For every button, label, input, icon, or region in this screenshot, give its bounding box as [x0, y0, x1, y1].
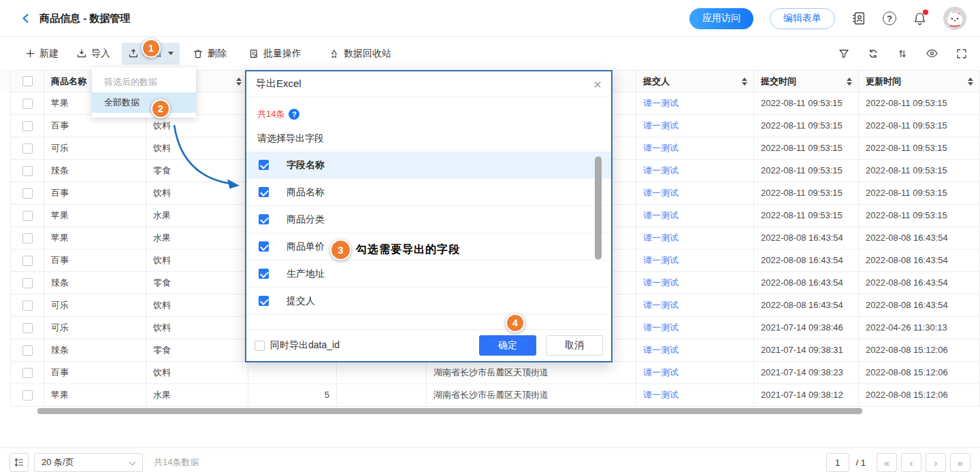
- recycle-bin-button[interactable]: 数据回收站: [323, 43, 397, 65]
- page-total-label: / 1: [856, 458, 866, 468]
- page-size-select[interactable]: 20 条/页: [34, 453, 143, 472]
- cell-update-time: 2022-08-08 16:43:54: [859, 294, 980, 317]
- row-checkbox[interactable]: [22, 323, 33, 333]
- cell-category: 饮料: [146, 115, 248, 137]
- row-checkbox[interactable]: [22, 121, 33, 131]
- field-checkbox[interactable]: [259, 296, 269, 306]
- row-checkbox[interactable]: [22, 256, 33, 266]
- field-checkbox[interactable]: [259, 160, 269, 170]
- row-checkbox[interactable]: [22, 99, 33, 109]
- refresh-icon[interactable]: [867, 48, 879, 60]
- app-access-button[interactable]: 应用访问: [689, 8, 753, 29]
- prev-page-button[interactable]: ‹: [901, 453, 921, 472]
- row-checkbox[interactable]: [22, 390, 33, 401]
- delete-button[interactable]: 删除: [186, 43, 233, 65]
- cell-submit-time: 2021-07-14 09:38:12: [754, 384, 859, 407]
- header-submit-time[interactable]: 提交时间: [754, 70, 859, 92]
- cell-submit-time: 2022-08-08 16:43:54: [754, 294, 859, 317]
- row-checkbox[interactable]: [22, 345, 33, 356]
- new-button[interactable]: 新建: [19, 43, 65, 65]
- edit-form-button[interactable]: 编辑表单: [770, 8, 835, 29]
- cancel-button[interactable]: 取消: [546, 335, 603, 356]
- page-number-input[interactable]: [826, 453, 849, 472]
- last-page-button[interactable]: »: [950, 453, 970, 472]
- submitter-link[interactable]: 谭一测试: [643, 367, 679, 377]
- next-page-button[interactable]: ›: [926, 453, 946, 472]
- contacts-icon[interactable]: [851, 11, 866, 26]
- sort-icon[interactable]: [847, 78, 852, 86]
- submitter-link[interactable]: 谭一测试: [643, 165, 679, 175]
- menu-item-all-data[interactable]: 全部数据: [92, 92, 196, 113]
- fullscreen-icon[interactable]: [956, 48, 968, 60]
- submitter-link[interactable]: 谭一测试: [643, 233, 679, 243]
- export-field-row[interactable]: 商品名称: [246, 179, 611, 206]
- row-checkbox[interactable]: [22, 211, 33, 221]
- row-checkbox[interactable]: [22, 143, 33, 154]
- select-all-checkbox[interactable]: [22, 76, 33, 86]
- submitter-link[interactable]: 谭一测试: [643, 255, 679, 265]
- cell-submitter: 谭一测试: [636, 92, 754, 115]
- first-page-button[interactable]: «: [877, 453, 897, 472]
- row-checkbox[interactable]: [22, 301, 33, 311]
- export-field-row[interactable]: 生产地址: [246, 260, 611, 288]
- header-submitter[interactable]: 提交人: [636, 70, 754, 92]
- import-button[interactable]: 导入: [70, 43, 116, 65]
- confirm-button[interactable]: 确定: [479, 335, 536, 356]
- export-field-row[interactable]: 字段名称: [246, 152, 611, 179]
- vertical-scrollbar-thumb[interactable]: [595, 156, 602, 260]
- submitter-link[interactable]: 谭一测试: [643, 143, 679, 153]
- row-checkbox[interactable]: [22, 233, 33, 243]
- row-checkbox[interactable]: [22, 166, 33, 176]
- question-icon[interactable]: ?: [289, 109, 299, 120]
- step-badge-3: 3: [330, 239, 351, 260]
- data-id-checkbox[interactable]: [255, 341, 265, 351]
- export-dropdown-menu: 筛选后的数据 全部数据: [92, 67, 196, 118]
- row-select-cell: [10, 182, 44, 205]
- filter-icon[interactable]: [838, 48, 850, 60]
- eye-icon[interactable]: [926, 47, 938, 60]
- sort-icon[interactable]: [968, 78, 973, 86]
- notifications-bell-icon[interactable]: [913, 12, 927, 26]
- avatar[interactable]: [943, 7, 966, 30]
- horizontal-scrollbar-thumb[interactable]: [37, 408, 862, 414]
- row-checkbox[interactable]: [22, 368, 33, 378]
- field-checkbox[interactable]: [259, 269, 269, 279]
- field-label: 商品单价: [287, 241, 325, 253]
- cell-update-time: 2022-08-08 15:12:06: [859, 339, 980, 362]
- submitter-link[interactable]: 谭一测试: [643, 300, 679, 310]
- cell-update-time: 2022-08-08 15:12:06: [859, 362, 980, 384]
- row-height-button[interactable]: [10, 453, 29, 472]
- export-field-row[interactable]: 商品分类: [246, 206, 611, 233]
- export-field-row[interactable]: 提交人: [246, 288, 611, 315]
- batch-operation-button[interactable]: 批量操作: [242, 43, 308, 65]
- field-checkbox[interactable]: [259, 214, 269, 224]
- close-icon[interactable]: ×: [593, 77, 602, 91]
- header-update-time[interactable]: 更新时间: [859, 70, 980, 92]
- total-records-label: 共14条数据: [154, 456, 199, 469]
- row-checkbox[interactable]: [22, 188, 33, 199]
- data-id-label[interactable]: 同时导出data_id: [270, 339, 340, 352]
- submitter-link[interactable]: 谭一测试: [643, 98, 679, 108]
- back-chevron-icon[interactable]: [20, 13, 31, 24]
- field-select-hint: 请选择导出字段: [257, 133, 324, 145]
- sort-icon[interactable]: [742, 78, 747, 86]
- submitter-link[interactable]: 谭一测试: [643, 277, 679, 288]
- submitter-link[interactable]: 谭一测试: [643, 345, 679, 355]
- row-checkbox[interactable]: [22, 278, 33, 288]
- menu-item-filtered-data[interactable]: 筛选后的数据: [92, 72, 196, 92]
- cell-category: 水果: [146, 384, 248, 407]
- step-badge-1: 1: [142, 39, 161, 58]
- field-checkbox[interactable]: [259, 241, 269, 252]
- submitter-link[interactable]: 谭一测试: [643, 188, 679, 198]
- submitter-link[interactable]: 谭一测试: [643, 210, 679, 220]
- table-row: 百事饮料湖南省长沙市岳麓区天顶街道谭一测试2021-07-14 09:38:23…: [0, 362, 980, 384]
- submitter-link[interactable]: 谭一测试: [643, 322, 679, 333]
- cell-category: 饮料: [146, 137, 248, 160]
- field-checkbox[interactable]: [259, 187, 269, 197]
- sort-icon[interactable]: [896, 48, 909, 60]
- submitter-link[interactable]: 谭一测试: [643, 390, 679, 400]
- header-select-cell: [10, 70, 44, 92]
- help-icon[interactable]: ?: [883, 12, 896, 25]
- sort-icon[interactable]: [236, 78, 242, 86]
- submitter-link[interactable]: 谭一测试: [643, 120, 679, 131]
